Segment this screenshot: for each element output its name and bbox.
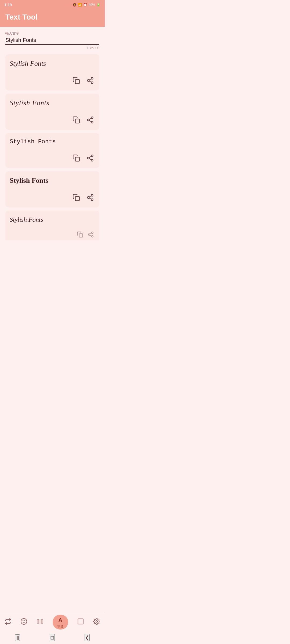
font-card-2: Stylish Fonts — [5, 94, 99, 130]
wifi-icon: 📶 — [78, 3, 82, 7]
font-card-text-5: Stylish Fonts — [10, 216, 95, 223]
svg-point-19 — [91, 194, 93, 196]
share-button-3[interactable] — [85, 153, 95, 164]
input-section: 輸入文字 13/5000 — [5, 31, 99, 50]
svg-point-1 — [91, 77, 93, 79]
status-bar: 1:19 🔕 📶 ⏰ 49% 🔋 — [0, 0, 105, 10]
svg-line-28 — [90, 235, 92, 236]
font-card-text-4: Stylish Fonts — [10, 177, 95, 185]
svg-point-21 — [91, 199, 93, 201]
svg-point-9 — [91, 121, 93, 123]
char-count: 13/5000 — [5, 46, 99, 50]
input-label: 輸入文字 — [5, 31, 99, 36]
font-card-4: Stylish Fonts — [5, 171, 99, 207]
svg-point-15 — [91, 159, 93, 161]
font-card-4-actions — [10, 193, 95, 203]
status-icons: 🔕 📶 ⏰ 49% 🔋 — [73, 3, 100, 7]
copy-button-3[interactable] — [71, 153, 81, 164]
battery-indicator: 49% — [89, 3, 95, 7]
svg-point-26 — [88, 234, 90, 235]
font-card-3-actions — [10, 153, 95, 164]
font-card-1: Stylish Fonts — [5, 54, 99, 90]
font-card-5: Stylish Fonts — [5, 211, 99, 240]
svg-line-22 — [89, 198, 91, 199]
svg-rect-18 — [75, 197, 79, 201]
svg-line-23 — [89, 196, 91, 197]
status-time: 1:19 — [4, 3, 12, 7]
mute-icon: 🔕 — [73, 3, 77, 7]
app-header: Text Tool — [0, 10, 105, 27]
svg-line-11 — [89, 118, 91, 120]
font-card-text-3: Stylish Fonts — [10, 138, 95, 145]
alarm-icon: ⏰ — [83, 3, 87, 7]
svg-line-29 — [90, 233, 92, 234]
share-button-2[interactable] — [85, 115, 95, 126]
svg-point-20 — [88, 197, 89, 199]
svg-line-17 — [89, 156, 91, 158]
svg-line-16 — [89, 159, 91, 160]
copy-button-1[interactable] — [71, 76, 81, 86]
font-cards-list: Stylish Fonts — [5, 54, 99, 240]
svg-point-14 — [88, 157, 89, 159]
svg-rect-6 — [75, 119, 79, 123]
font-card-1-actions — [10, 76, 95, 86]
copy-button-4[interactable] — [71, 193, 81, 203]
svg-rect-24 — [79, 234, 83, 237]
svg-rect-12 — [75, 157, 79, 161]
font-card-text-2: Stylish Fonts — [10, 99, 95, 107]
svg-rect-0 — [75, 80, 79, 84]
svg-line-4 — [89, 81, 91, 82]
page-title: Text Tool — [5, 13, 99, 21]
share-button-4[interactable] — [85, 193, 95, 203]
font-card-5-actions-partial — [10, 231, 95, 238]
battery-icon: 🔋 — [96, 3, 100, 7]
copy-button-2[interactable] — [71, 115, 81, 126]
svg-point-8 — [88, 119, 89, 121]
font-card-text-1: Stylish Fonts — [10, 60, 95, 68]
svg-line-5 — [89, 79, 91, 80]
main-content: 輸入文字 13/5000 Stylish Fonts — [0, 27, 105, 245]
svg-point-7 — [91, 117, 93, 119]
svg-point-2 — [88, 80, 89, 82]
font-card-3: Stylish Fonts — [5, 133, 99, 168]
share-button-1[interactable] — [85, 76, 95, 86]
svg-point-25 — [92, 232, 93, 233]
svg-line-10 — [89, 120, 91, 122]
text-input-wrapper — [5, 37, 99, 45]
svg-point-3 — [91, 82, 93, 84]
svg-point-27 — [92, 236, 93, 237]
text-input[interactable] — [5, 37, 99, 43]
font-card-2-actions — [10, 115, 95, 126]
svg-point-13 — [91, 155, 93, 157]
